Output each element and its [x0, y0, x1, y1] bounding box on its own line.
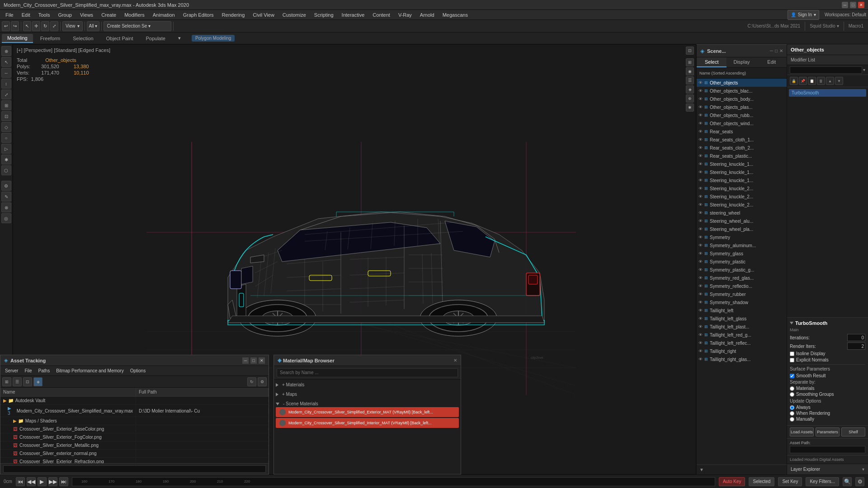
- asset-row-img-4[interactable]: 🖼Crossover_Silver_exterior_normal.png: [0, 450, 269, 458]
- visibility-icon-4[interactable]: 👁: [698, 113, 703, 117]
- mat-close-btn[interactable]: ✕: [453, 358, 457, 363]
- visibility-icon-34[interactable]: 👁: [698, 357, 703, 361]
- menu-megascans[interactable]: Megascans: [439, 11, 472, 19]
- scene-item-26[interactable]: 👁 ⊞ Symmetry_rubber: [697, 290, 787, 298]
- scene-item-1[interactable]: 👁 ⊞ Other_objects_blac...: [697, 87, 787, 95]
- lt-btn-8[interactable]: ◇: [1, 122, 11, 132]
- move-btn[interactable]: ✛: [32, 21, 40, 31]
- load-assets-btn[interactable]: Load Assets: [790, 427, 814, 436]
- asset-body[interactable]: ▶ 📁Autodesk Vault ▶ 3Modern_City_Crossov…: [0, 397, 269, 463]
- scene-item-19[interactable]: 👁 ⊞ Symmetry: [697, 233, 787, 241]
- lt-btn-11[interactable]: ✱: [1, 155, 11, 164]
- lt-btn-9[interactable]: ○: [1, 133, 11, 143]
- scene-item-21[interactable]: 👁 ⊞ Symmetry_glass: [697, 249, 787, 258]
- visibility-icon-16[interactable]: 👁: [698, 211, 703, 215]
- visibility-icon-28[interactable]: 👁: [698, 308, 703, 313]
- visibility-icon-10[interactable]: 👁: [698, 162, 703, 166]
- scene-item-23[interactable]: 👁 ⊞ Symmetry_plastic_g...: [697, 266, 787, 274]
- menu-tools[interactable]: Tools: [35, 11, 54, 19]
- modifier-turbosmmoth[interactable]: TurboSmooth: [789, 89, 866, 97]
- mod-icon-delete[interactable]: 🗑: [817, 77, 825, 85]
- asset-search-input[interactable]: [3, 465, 266, 473]
- sep-smoothing-radio[interactable]: [790, 392, 794, 397]
- visibility-icon-0[interactable]: 👁: [698, 80, 703, 85]
- lt-btn-12[interactable]: ⬡: [1, 165, 11, 175]
- tab-selection[interactable]: Selection: [67, 34, 99, 42]
- lt-btn-3[interactable]: ↔: [1, 68, 11, 78]
- scene-item-27[interactable]: 👁 ⊞ Symmetry_shadow: [697, 298, 787, 306]
- lt-btn-6[interactable]: ⊞: [1, 100, 11, 110]
- visibility-icon-25[interactable]: 👁: [698, 284, 703, 288]
- asset-menu-bitmap[interactable]: Bitmap Performance and Memory: [53, 367, 127, 374]
- visibility-icon-23[interactable]: 👁: [698, 267, 703, 272]
- mat-item-interior[interactable]: Modern_City_Crossover_Silver_Simplified_…: [276, 418, 459, 428]
- visibility-icon-8[interactable]: 👁: [698, 145, 703, 150]
- mat-maps-header[interactable]: + Maps: [276, 391, 459, 398]
- mod-icon-down[interactable]: ▼: [835, 77, 843, 85]
- rotate-btn[interactable]: ↻: [41, 21, 49, 31]
- visibility-icon-26[interactable]: 👁: [698, 292, 703, 296]
- mat-search-input[interactable]: [277, 368, 458, 377]
- explicit-normals-checkbox[interactable]: [790, 358, 794, 362]
- menu-civil-view[interactable]: Civil View: [249, 11, 278, 19]
- lt-btn-4[interactable]: ↕: [1, 79, 11, 89]
- scene-item-16[interactable]: 👁 ⊞ steering_wheel: [697, 209, 787, 217]
- scene-item-2[interactable]: 👁 ⊞ Other_objects_body...: [697, 95, 787, 103]
- scene-item-34[interactable]: 👁 ⊞ Taillight_right_glas...: [697, 355, 787, 363]
- menu-edit[interactable]: Edit: [18, 11, 34, 19]
- isoline-checkbox[interactable]: [790, 352, 794, 356]
- lt-btn-13[interactable]: ⚙: [1, 181, 11, 191]
- modifier-list[interactable]: TurboSmooth: [787, 87, 868, 317]
- maximize-button[interactable]: □: [850, 2, 856, 8]
- asset-minimize-btn[interactable]: ─: [242, 357, 249, 364]
- mat-materials-header[interactable]: + Materials: [276, 381, 459, 388]
- zoom-timeline-btn[interactable]: 🔍: [843, 477, 852, 486]
- visibility-icon-5[interactable]: 👁: [698, 121, 703, 126]
- iterations-input[interactable]: [847, 334, 865, 341]
- timeline-next-btn[interactable]: ▶▶: [48, 477, 57, 486]
- lt-btn-10[interactable]: ▷: [1, 144, 11, 154]
- scene-item-18[interactable]: 👁 ⊞ Steering_wheel_pla...: [697, 225, 787, 233]
- menu-views[interactable]: Views: [76, 11, 97, 19]
- asset-row-img-5[interactable]: 🖼Crossover_Silver_Exterior_Refraction.pn…: [0, 458, 269, 463]
- vp-view-btn-6[interactable]: ✱: [686, 103, 694, 112]
- asset-close-btn[interactable]: ✕: [259, 357, 265, 364]
- lt-btn-15[interactable]: ⊗: [1, 202, 11, 212]
- render-iters-input[interactable]: [847, 343, 865, 350]
- scene-item-7[interactable]: 👁 ⊞ Rear_seats_cloth_1...: [697, 136, 787, 144]
- tab-populate[interactable]: Populate: [140, 34, 170, 42]
- vp-view-btn-5[interactable]: ⊕: [686, 94, 694, 103]
- menu-customize[interactable]: Customize: [279, 11, 310, 19]
- selected-btn[interactable]: Selected: [749, 477, 774, 486]
- tab-freeform[interactable]: Freeform: [35, 34, 66, 42]
- timeline-play-btn[interactable]: ▶: [38, 477, 47, 486]
- asset-row-img-1[interactable]: 🖼Crossover_Silver_Exterior_BaseColor.png: [0, 425, 269, 433]
- scene-item-15[interactable]: 👁 ⊞ Steering_knuckle_2...: [697, 201, 787, 209]
- scene-item-10[interactable]: 👁 ⊞ Steering_knuckle_1...: [697, 160, 787, 168]
- scene-item-30[interactable]: 👁 ⊞ Taillight_left_plast...: [697, 323, 787, 331]
- mat-scene-header[interactable]: - Scene Materials: [276, 400, 459, 407]
- smooth-result-checkbox[interactable]: [790, 374, 794, 378]
- scene-minimize-btn[interactable]: ─: [770, 48, 773, 53]
- asset-row-img-3[interactable]: 🖼Crossover_Silver_Exterior_Metallic.png: [0, 441, 269, 450]
- tab-modeling[interactable]: Modeling: [2, 34, 33, 43]
- scene-tab-edit[interactable]: Edit: [757, 57, 787, 67]
- visibility-icon-18[interactable]: 👁: [698, 227, 703, 231]
- scene-maximize-btn[interactable]: □: [775, 48, 778, 53]
- time-config-btn[interactable]: ⚙: [855, 477, 864, 486]
- visibility-icon-22[interactable]: 👁: [698, 259, 703, 264]
- scene-item-6[interactable]: 👁 ⊞ Rear_seats: [697, 127, 787, 136]
- menu-group[interactable]: Group: [54, 11, 75, 19]
- visibility-icon-9[interactable]: 👁: [698, 154, 703, 158]
- visibility-icon-11[interactable]: 👁: [698, 170, 703, 174]
- asset-menu-server[interactable]: Server: [2, 367, 21, 374]
- set-key-btn[interactable]: Set Key: [778, 477, 802, 486]
- scene-item-14[interactable]: 👁 ⊞ Steering_knuckle_2...: [697, 192, 787, 201]
- vp-cube-btn[interactable]: ⊡: [686, 47, 694, 55]
- menu-create[interactable]: Create: [98, 11, 120, 19]
- scene-item-13[interactable]: 👁 ⊞ Steering_knuckle_2...: [697, 184, 787, 192]
- mat-body[interactable]: + Materials + Maps - Scene Materials Mod…: [274, 380, 461, 474]
- asset-row-vault[interactable]: ▶ 📁Autodesk Vault: [0, 397, 269, 405]
- visibility-icon-33[interactable]: 👁: [698, 349, 703, 353]
- visibility-icon-2[interactable]: 👁: [698, 97, 703, 101]
